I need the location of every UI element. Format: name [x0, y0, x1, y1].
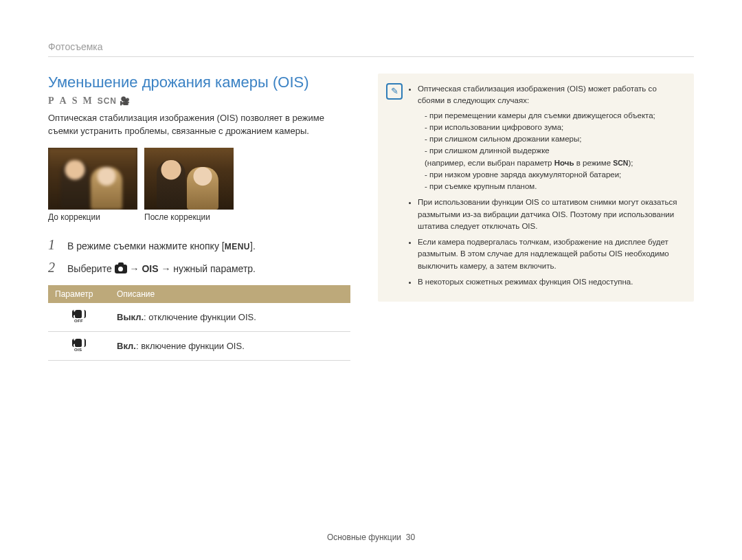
step-1: 1 В режиме съемки нажмите кнопку [MENU].: [48, 237, 350, 253]
table-row: OIS Вкл.: включение функции OIS.: [48, 331, 350, 360]
mode-p: P: [48, 96, 57, 107]
notice-box: ✎ Оптическая стабилизация изображения (O…: [378, 74, 694, 302]
notice-b1: Оптическая стабилизация изображения (OIS…: [418, 85, 657, 104]
th-param: Параметр: [48, 285, 110, 303]
icon-sub: OFF: [74, 319, 83, 323]
notice-item: В некоторых сюжетных режимах функция OIS…: [418, 276, 682, 288]
th-desc: Описание: [110, 285, 350, 303]
step-text: В режиме съемки нажмите кнопку [MENU].: [67, 240, 256, 251]
mode-scn: SCN: [98, 96, 117, 106]
menu-label: MENU: [225, 242, 250, 251]
page-title: Уменьшение дрожания камеры (OIS): [48, 74, 350, 91]
caption-before: До коррекции: [48, 212, 137, 222]
notice-list: Оптическая стабилизация изображения (OIS…: [408, 83, 682, 288]
caption-after: После коррекции: [144, 212, 234, 222]
left-column: Уменьшение дрожания камеры (OIS) P A S M…: [48, 74, 350, 361]
intro-text: Оптическая стабилизация изображения (OIS…: [48, 112, 350, 138]
caption-row: До коррекции После коррекции: [48, 212, 350, 222]
step-2-ois: OIS: [142, 263, 158, 274]
note-icon: ✎: [386, 83, 403, 100]
icon-sub: OIS: [74, 348, 82, 352]
row-rest: : отключение функции OIS.: [144, 312, 256, 322]
step-num: 2: [48, 260, 58, 276]
footer-page: 30: [406, 533, 415, 542]
right-column: ✎ Оптическая стабилизация изображения (O…: [378, 74, 694, 361]
notice-subitem: при слишком длинной выдержке (например, …: [425, 145, 682, 169]
notice-item: При использовании функции OIS со штативо…: [418, 197, 682, 232]
mode-video-icon: 🎥: [120, 96, 130, 107]
row-bold: Вкл.: [117, 341, 136, 351]
param-table: Параметр Описание OFF Выкл.: отк: [48, 285, 350, 361]
page-footer: Основные функции 30: [0, 533, 742, 542]
notice-subitem: при слишком сильном дрожании камеры;: [425, 133, 682, 145]
notice-extra-mid: в режиме: [574, 159, 613, 167]
step-num: 1: [48, 237, 58, 253]
row-bold: Выкл.: [117, 312, 144, 322]
sample-images: [48, 148, 350, 210]
page: Фотосъемка Уменьшение дрожания камеры (O…: [0, 0, 742, 560]
footer-section: Основные функции: [327, 533, 401, 542]
notice-subitem: при перемещении камеры для съемки движущ…: [425, 110, 682, 122]
breadcrumb: Фотосъемка: [48, 41, 694, 57]
notice-subitem: при низком уровне заряда аккумуляторной …: [425, 169, 682, 181]
cell-desc: Вкл.: включение функции OIS.: [110, 331, 350, 360]
notice-subitem: при съемке крупным планом.: [425, 181, 682, 192]
step-1-suffix: ].: [250, 240, 256, 251]
step-2: 2 Выберите → OIS → нужный параметр.: [48, 260, 350, 276]
notice-sub3: при слишком длинной выдержке: [429, 146, 550, 155]
step-1-prefix: В режиме съемки нажмите кнопку [: [67, 240, 225, 251]
step-2-prefix: Выберите: [67, 263, 115, 274]
notice-item: Оптическая стабилизация изображения (OIS…: [418, 83, 682, 192]
ois-off-icon: OFF: [72, 310, 86, 322]
table-row: OFF Выкл.: отключение функции OIS.: [48, 303, 350, 332]
sample-after-image: [144, 148, 234, 210]
step-text: Выберите → OIS → нужный параметр.: [67, 263, 256, 274]
sample-before-image: [48, 148, 137, 210]
camera-icon: [115, 265, 127, 273]
notice-extra-suffix: );: [628, 159, 633, 167]
notice-extra-prefix: (например, если выбран параметр: [425, 159, 554, 167]
cell-desc: Выкл.: отключение функции OIS.: [110, 303, 350, 332]
mode-row: P A S M SCN 🎥: [48, 96, 350, 107]
steps-list: 1 В режиме съемки нажмите кнопку [MENU].…: [48, 237, 350, 276]
notice-sublist: при перемещении камеры для съемки движущ…: [418, 110, 682, 193]
mode-m: M: [82, 96, 94, 107]
notice-item: Если камера подвергалась толчкам, изобра…: [418, 236, 682, 272]
notice-subitem: при использовании цифрового зума;: [425, 122, 682, 133]
ois-on-icon: OIS: [72, 339, 86, 351]
step-2-suffix: → нужный параметр.: [159, 263, 256, 274]
content-columns: Уменьшение дрожания камеры (OIS) P A S M…: [48, 74, 694, 361]
notice-extra-bold: Ночь: [554, 159, 574, 167]
mode-s: S: [72, 96, 80, 107]
row-rest: : включение функции OIS.: [136, 341, 245, 351]
step-2-arrow1: →: [127, 263, 142, 274]
notice-extra-scn: SCN: [613, 159, 628, 167]
mode-a: A: [60, 96, 69, 107]
